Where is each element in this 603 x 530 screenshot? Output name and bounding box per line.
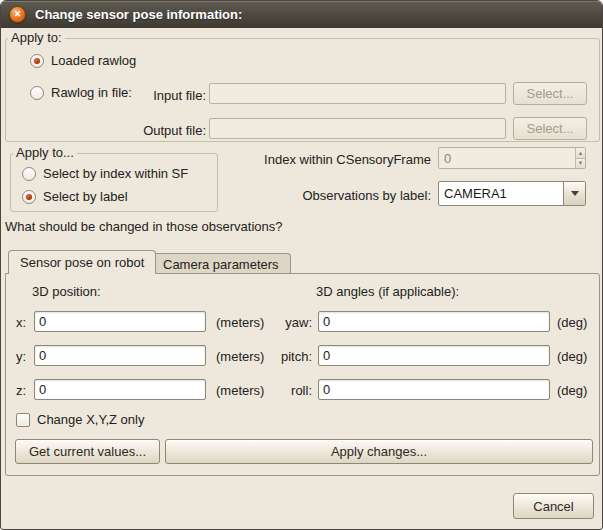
output-file-label: Output file: [106,123,206,138]
yaw-unit: (deg) [557,315,587,330]
loaded-rawlog-label: Loaded rawlog [51,53,136,68]
selection-mode-frame-label: Apply to... [13,145,77,160]
window-title: Change sensor pose information: [35,7,242,22]
spinner-buttons: ▲ ▼ [575,148,585,168]
x-unit: (meters) [216,315,264,330]
change-xyz-only-label: Change X,Y,Z only [37,412,144,427]
observations-combo[interactable]: CAMERA1 [438,181,586,206]
apply-to-frame-label: Apply to: [8,30,65,45]
z-unit: (meters) [216,383,264,398]
tab-sensor-pose[interactable]: Sensor pose on robot [8,250,156,274]
y-unit: (meters) [216,349,264,364]
select-by-label-option: Select by label [22,189,128,204]
select-by-index-radio[interactable] [22,167,36,181]
apply-to-frame: Apply to: Loaded rawlog Rawlog in file: … [5,38,600,142]
change-xyz-only-option: Change X,Y,Z only [16,412,144,427]
index-within-sf-label: Index within CSensoryFrame [231,152,431,167]
selection-mode-frame: Apply to... Select by index within SF Se… [10,153,218,212]
angles-header: 3D angles (if applicable): [316,284,459,299]
question-label: What should be changed in those observat… [5,219,283,234]
y-label: y: [16,349,26,364]
rawlog-in-file-radio[interactable] [30,86,44,100]
titlebar[interactable]: ✕ Change sensor pose information: [1,1,602,28]
roll-label: roll: [260,383,312,398]
position-header: 3D position: [32,284,101,299]
input-file-field [209,83,506,104]
select-by-label-radio[interactable] [22,190,36,204]
tab-camera-parameters-label: Camera parameters [163,257,279,272]
observations-by-label-label: Observations by label: [231,188,431,203]
spinner-down-icon: ▼ [576,158,585,169]
x-input[interactable] [34,311,206,332]
observations-combo-value: CAMERA1 [439,182,563,205]
roll-unit: (deg) [557,383,587,398]
index-spinner: ▲ ▼ [438,147,586,169]
dropdown-arrow-icon [571,191,579,196]
roll-input[interactable] [318,379,550,400]
select-by-index-label: Select by index within SF [43,166,188,181]
tab-camera-parameters[interactable]: Camera parameters [151,253,291,274]
tab-sensor-pose-label: Sensor pose on robot [20,255,144,270]
output-file-field [209,118,506,139]
select-by-index-option: Select by index within SF [22,166,188,181]
z-label: z: [16,383,26,398]
change-xyz-only-checkbox[interactable] [16,413,30,427]
output-file-select-button: Select... [513,117,587,140]
select-by-label-label: Select by label [43,189,128,204]
loaded-rawlog-radio[interactable] [30,54,44,68]
pitch-input[interactable] [318,345,550,366]
loaded-rawlog-option: Loaded rawlog [30,53,136,68]
x-label: x: [16,315,26,330]
pitch-unit: (deg) [557,349,587,364]
observations-combo-button[interactable] [563,182,585,205]
z-input[interactable] [34,379,206,400]
apply-changes-button[interactable]: Apply changes... [165,439,593,464]
dialog-window: ✕ Change sensor pose information: Apply … [0,0,603,530]
yaw-input[interactable] [318,311,550,332]
y-input[interactable] [34,345,206,366]
sensor-pose-panel: 3D position: 3D angles (if applicable): … [5,273,600,476]
close-icon: ✕ [14,10,22,19]
get-current-values-button[interactable]: Get current values... [15,439,160,464]
spinner-up-icon: ▲ [576,148,585,158]
input-file-label: Input file: [106,88,206,103]
input-file-select-button: Select... [513,82,587,105]
yaw-label: yaw: [260,315,312,330]
close-button[interactable]: ✕ [9,6,26,23]
index-spinner-field [439,148,575,168]
pitch-label: pitch: [260,349,312,364]
cancel-button[interactable]: Cancel [513,493,594,519]
